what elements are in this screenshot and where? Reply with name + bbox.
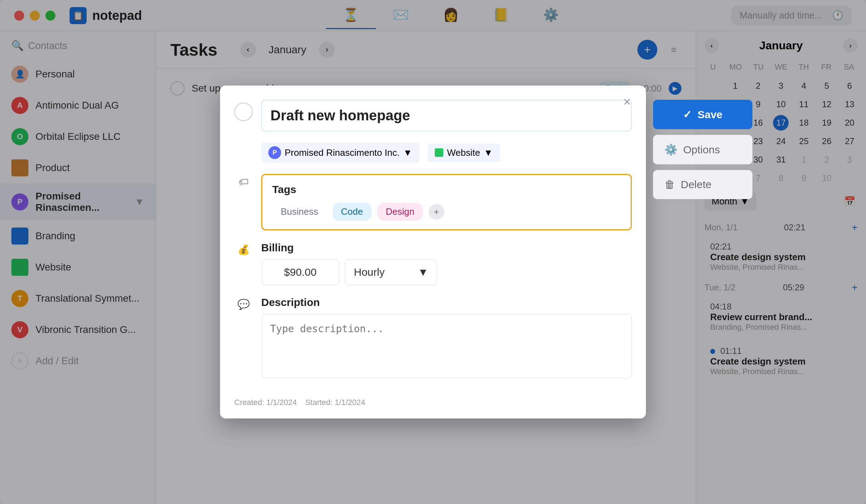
client-dropdown-icon: ▼ (403, 147, 412, 158)
task-title-input[interactable] (261, 100, 632, 131)
billing-icon: 💰 (237, 244, 250, 256)
description-header: Description (261, 296, 632, 308)
client-badge[interactable]: P Promised Rinascimento Inc. ▼ (261, 143, 419, 163)
billing-row: 💰 Billing Hourly ▼ (234, 242, 632, 285)
tags-icon-wrapper: 🏷 (234, 174, 253, 188)
tag-design[interactable]: Design (377, 203, 423, 221)
billing-type-label: Hourly (354, 266, 385, 278)
modal-overlay[interactable]: ✕ P Promised Rinascimento Inc. ▼ (0, 0, 866, 504)
delete-label: Delete (681, 179, 712, 191)
billing-title: Billing (261, 242, 294, 254)
project-color (435, 148, 443, 157)
tags-header: Tags (272, 183, 621, 196)
modal-close-button[interactable]: ✕ (619, 94, 635, 110)
description-title: Description (261, 296, 320, 308)
billing-type-select[interactable]: Hourly ▼ (345, 259, 437, 285)
modal-body: P Promised Rinascimento Inc. ▼ Website ▼… (220, 86, 646, 392)
project-dropdown-icon: ▼ (484, 147, 493, 158)
options-label: Options (683, 144, 720, 156)
save-button[interactable]: ✓ Save (653, 100, 752, 129)
tag-business[interactable]: Business (272, 203, 327, 221)
options-button[interactable]: ⚙️ Options (653, 135, 752, 164)
tag-icon: 🏷 (239, 176, 248, 188)
client-icon: P (268, 146, 281, 159)
delete-button[interactable]: 🗑 Delete (653, 170, 752, 199)
description-input[interactable] (261, 314, 632, 378)
tags-title: Tags (272, 183, 296, 196)
description-icon-wrapper: 💬 (234, 296, 253, 310)
task-status-circle[interactable] (234, 103, 253, 121)
billing-header: Billing (261, 242, 632, 254)
task-modal: ✕ P Promised Rinascimento Inc. ▼ (220, 86, 646, 418)
project-badge[interactable]: Website ▼ (428, 144, 500, 162)
billing-icon-wrapper: 💰 (234, 242, 253, 256)
modal-actions: ✓ Save ⚙️ Options 🗑 Delete (653, 100, 752, 199)
billing-section: Billing Hourly ▼ (261, 242, 632, 285)
description-icon: 💬 (237, 298, 250, 310)
description-row: 💬 Description (234, 296, 632, 378)
modal-title-row (234, 100, 632, 131)
save-label: Save (697, 109, 722, 121)
billing-amount-input[interactable] (261, 259, 339, 285)
tag-code[interactable]: Code (333, 203, 372, 221)
billing-inputs: Hourly ▼ (261, 259, 632, 285)
project-name: Website (447, 147, 480, 158)
app-window: 📋 notepad ⏳ ✉️ 👩 📒 ⚙️ Manually add time.… (0, 0, 866, 504)
billing-dropdown-icon: ▼ (418, 266, 428, 278)
tags-section: Tags Business Code Design + (261, 174, 632, 230)
add-tag-button[interactable]: + (429, 204, 444, 220)
modal-footer: Created: 1/1/2024 Started: 1/1/2024 (220, 392, 646, 418)
started-date: Started: 1/1/2024 (305, 398, 365, 407)
created-date: Created: 1/1/2024 (234, 398, 297, 407)
client-name: Promised Rinascimento Inc. (285, 147, 400, 158)
modal-meta-row: P Promised Rinascimento Inc. ▼ Website ▼ (234, 143, 632, 163)
description-section: Description (261, 296, 632, 378)
trash-icon: 🗑 (664, 179, 675, 191)
tags-row: 🏷 Tags Business Code Design + (234, 174, 632, 230)
check-icon: ✓ (683, 108, 692, 121)
gear-icon: ⚙️ (664, 143, 678, 156)
tags-list: Business Code Design + (272, 203, 621, 221)
